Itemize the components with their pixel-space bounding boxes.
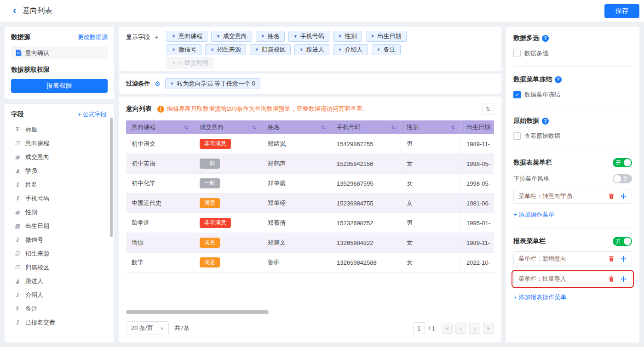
field-item-course[interactable]: 意向课程 <box>11 137 109 150</box>
sort-settings-button[interactable]: ⇅ <box>482 103 494 115</box>
column-header-name[interactable]: 姓名 <box>262 120 331 134</box>
column-header-phone[interactable]: 手机号码 <box>331 120 401 134</box>
status-badge: 满意 <box>200 257 220 267</box>
field-label: 成交意向 <box>25 153 49 161</box>
add-field-button[interactable]: + <box>155 33 159 41</box>
dropdown-style-toggle[interactable]: 关 <box>613 174 632 183</box>
field-item-intent[interactable]: 成交意向 <box>11 150 109 164</box>
table-menu-item[interactable]: 菜单栏：转意向学员 <box>513 189 632 204</box>
save-button[interactable]: 保存 <box>604 4 639 18</box>
chip-campus[interactable]: ▼归属校区 <box>250 44 291 55</box>
field-label: 已报名交费 <box>25 319 55 327</box>
table-row: 跆拳道 非常满意 郑慕倩 15232698752 男 1995-01- <box>126 213 494 233</box>
column-label: 姓名 <box>268 123 280 131</box>
toggle-knob <box>614 175 621 182</box>
column-header-intent[interactable]: 成交意向 <box>194 120 262 134</box>
formula-field-link[interactable]: + 公式字段 <box>78 110 107 119</box>
report-menu-toggle[interactable]: 开 <box>613 237 632 246</box>
report-permission-button[interactable]: 报表权限 <box>11 79 108 93</box>
column-header-birthday[interactable]: 出生日期 <box>461 120 494 134</box>
cell-name: 郑绪岚 <box>262 134 331 154</box>
help-icon[interactable]: ? <box>542 35 549 42</box>
raw-data-checkbox-row[interactable]: 查看原始数据 <box>513 132 632 140</box>
field-item-source[interactable]: 招生来源 <box>11 247 109 261</box>
field-item-birthday[interactable]: 出生日期 <box>11 219 109 233</box>
fields-scrollbar[interactable] <box>110 118 113 237</box>
chip-birthday[interactable]: ▼出生日期 <box>366 31 407 42</box>
field-item-follower[interactable]: 跟进人 <box>11 274 109 288</box>
chip-phone[interactable]: ▼手机号码 <box>288 31 329 42</box>
title-icon <box>14 306 21 312</box>
next-page-button[interactable]: › <box>469 323 480 334</box>
move-icon[interactable] <box>620 256 627 262</box>
checkbox-checked[interactable]: ✓ <box>513 91 521 98</box>
chip-referrer[interactable]: ▼介绍人 <box>333 44 368 55</box>
chip-follower[interactable]: ▼跟进人 <box>294 44 329 55</box>
field-item-paid[interactable]: 已报名交费 <box>11 316 109 330</box>
multi-select-checkbox-row[interactable]: 数据多选 <box>513 49 632 57</box>
chip-intent[interactable]: ▼成交意向 <box>211 31 252 42</box>
field-label: 微信号 <box>25 236 43 244</box>
field-item-wechat[interactable]: 微信号 <box>11 233 109 247</box>
move-icon[interactable] <box>620 276 627 283</box>
current-page-input[interactable]: 1 <box>413 322 425 334</box>
last-page-button[interactable]: » <box>483 323 494 334</box>
add-report-menu-link[interactable]: + 添加报表操作菜单 <box>513 293 566 301</box>
chip-name[interactable]: ▼姓名 <box>256 31 285 42</box>
settings-panel: 数据多选? 数据多选 数据菜单冻结? ✓ 数据菜单冻结 原始数据? 查看原始数据… <box>506 27 639 342</box>
report-menu-item-batch-import[interactable]: 菜单栏：批量导入 <box>513 272 632 286</box>
help-icon[interactable]: ? <box>555 76 562 83</box>
gear-icon[interactable]: ⚙ <box>155 80 161 87</box>
text-icon <box>14 182 21 188</box>
prev-page-button[interactable]: ‹ <box>455 323 466 334</box>
change-datasource-link[interactable]: 更改数据源 <box>78 33 108 41</box>
field-item-campus[interactable]: 归属校区 <box>11 261 109 274</box>
column-label: 意向课程 <box>132 123 155 131</box>
trash-icon[interactable] <box>608 193 615 199</box>
field-item-phone[interactable]: 手机号码 <box>11 192 109 205</box>
cell-course: 初中化学 <box>126 174 194 193</box>
chip-wechat[interactable]: ▼微信号 <box>167 44 201 55</box>
field-label: 招生来源 <box>25 250 49 258</box>
field-item-student[interactable]: 学员 <box>11 164 109 178</box>
chip-submit-time[interactable]: ▼≡提交时间 <box>167 57 213 68</box>
field-item-name[interactable]: 姓名 <box>11 178 109 192</box>
page-size-select[interactable]: 20 条/页 ∨ <box>126 321 169 335</box>
warning-text: 编辑界面只取数据源前200条作为查询数据预览，完整数据请访问页面查看。 <box>167 105 368 113</box>
report-menu-item-new-intent[interactable]: 菜单栏：新增意向 <box>513 251 632 266</box>
field-item-gender[interactable]: 性别 <box>11 205 109 219</box>
table-menu-toggle[interactable]: 开 <box>613 158 632 167</box>
trash-icon[interactable] <box>608 276 615 282</box>
menu-item-label: 菜单栏：批量导入 <box>518 275 566 283</box>
checkbox-unchecked[interactable] <box>513 132 521 140</box>
move-icon[interactable] <box>620 193 627 200</box>
checkbox-unchecked[interactable] <box>513 50 521 57</box>
column-header-gender[interactable]: 性别 <box>401 120 461 134</box>
trash-icon[interactable] <box>608 256 615 262</box>
table-horizontal-scrollbar[interactable] <box>126 310 269 314</box>
field-label: 手机号码 <box>25 194 49 203</box>
filter-condition-chip[interactable]: ▼转为意向学员 等于任意一个 0 <box>165 78 260 89</box>
cell-gender: 男 <box>401 213 461 233</box>
field-label: 出生日期 <box>25 222 49 230</box>
table-row: 数学 满意 鲁班 132659842588 女 2022-10- <box>126 253 494 273</box>
status-badge: 非常满意 <box>200 218 231 228</box>
field-item-title[interactable]: 标题 <box>11 123 109 137</box>
back-icon[interactable]: ‹ <box>13 6 16 16</box>
add-table-menu-link[interactable]: + 添加操作菜单 <box>513 210 554 219</box>
datasource-item[interactable]: 意向确认 <box>11 46 108 59</box>
help-icon[interactable]: ? <box>542 118 549 125</box>
menu-freeze-checkbox-row[interactable]: ✓ 数据菜单冻结 <box>513 91 632 99</box>
chip-gender[interactable]: ▼性别 <box>333 31 362 42</box>
chip-course[interactable]: ▼意向课程 <box>167 31 207 42</box>
first-page-button[interactable]: « <box>442 323 453 334</box>
column-label: 手机号码 <box>337 123 361 131</box>
chip-remark[interactable]: ▼备注 <box>372 44 401 55</box>
chip-source[interactable]: ▼招生来源 <box>205 44 246 55</box>
datasource-panel: 数据源 更改数据源 意向确认 数据获取权限 报表权限 <box>5 27 114 99</box>
cell-birthday: 1998-05- <box>461 154 494 173</box>
field-item-referrer[interactable]: 介绍人 <box>11 288 109 302</box>
column-header-course[interactable]: 意向课程 <box>126 120 194 134</box>
text-icon <box>14 319 21 326</box>
field-item-remark[interactable]: 备注 <box>11 302 109 316</box>
